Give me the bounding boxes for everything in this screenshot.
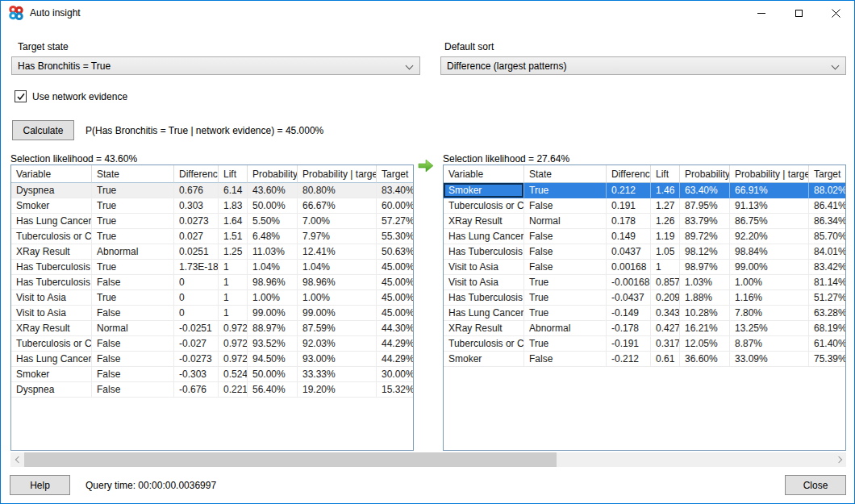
table-cell[interactable]: 1.25: [219, 244, 248, 260]
table-cell[interactable]: 7.80%: [730, 306, 809, 321]
table-cell[interactable]: Normal: [92, 321, 174, 336]
table-cell[interactable]: 66.67%: [298, 198, 377, 214]
table-cell[interactable]: True: [92, 214, 174, 229]
table-cell[interactable]: 44.30%: [377, 321, 414, 336]
table-cell[interactable]: 19.20%: [298, 382, 377, 398]
table-cell[interactable]: 45.00%: [377, 275, 414, 290]
column-header-probability-target[interactable]: Probability | target: [730, 165, 809, 183]
column-header-probability[interactable]: Probability: [680, 165, 730, 183]
table-row[interactable]: XRay ResultNormal0.1781.2683.79%86.75%86…: [444, 214, 846, 229]
table-cell[interactable]: -0.149: [607, 306, 651, 321]
table-cell[interactable]: True: [92, 183, 174, 198]
column-header-variable[interactable]: Variable: [11, 165, 92, 183]
table-cell[interactable]: Smoker: [11, 367, 92, 382]
table-cell[interactable]: 36.60%: [680, 352, 730, 367]
table-cell[interactable]: Tuberculosis or Car: [444, 336, 524, 352]
table-cell[interactable]: -0.0273: [174, 352, 219, 367]
table-cell[interactable]: 0.221: [219, 382, 248, 398]
table-cell[interactable]: Smoker: [444, 183, 524, 198]
table-cell[interactable]: 63.40%: [680, 183, 730, 198]
column-header-difference[interactable]: Difference: [607, 165, 651, 183]
table-cell[interactable]: 1: [219, 306, 248, 321]
table-cell[interactable]: 99.00%: [730, 260, 809, 275]
table-cell[interactable]: 0.343: [651, 306, 680, 321]
table-cell[interactable]: True: [92, 290, 174, 306]
table-cell[interactable]: Has Lung Cancer: [11, 352, 92, 367]
table-cell[interactable]: False: [92, 367, 174, 382]
column-header-state[interactable]: State: [524, 165, 607, 183]
table-cell[interactable]: 89.72%: [680, 229, 730, 244]
table-cell[interactable]: 98.12%: [680, 244, 730, 260]
target-state-select[interactable]: Has Bronchitis = True: [11, 56, 420, 75]
table-cell[interactable]: 13.25%: [730, 321, 809, 336]
table-cell[interactable]: 0: [174, 290, 219, 306]
table-cell[interactable]: 1.51: [219, 229, 248, 244]
table-cell[interactable]: 86.41%: [809, 198, 846, 214]
table-cell[interactable]: Dyspnea: [11, 382, 92, 398]
table-cell[interactable]: 45.00%: [377, 290, 414, 306]
table-cell[interactable]: -0.303: [174, 367, 219, 382]
close-button[interactable]: Close: [785, 475, 846, 495]
table-cell[interactable]: 0.027: [174, 229, 219, 244]
table-cell[interactable]: Has Lung Cancer: [444, 306, 524, 321]
table-cell[interactable]: 0.303: [174, 198, 219, 214]
table-cell[interactable]: 0.427: [651, 321, 680, 336]
table-cell[interactable]: 87.95%: [680, 198, 730, 214]
table-cell[interactable]: 86.34%: [809, 214, 846, 229]
table-cell[interactable]: 0.178: [607, 214, 651, 229]
table-cell[interactable]: False: [92, 382, 174, 398]
table-cell[interactable]: 45.00%: [377, 260, 414, 275]
table-cell[interactable]: 6.14: [219, 183, 248, 198]
table-cell[interactable]: 87.59%: [298, 321, 377, 336]
column-header-lift[interactable]: Lift: [219, 165, 248, 183]
table-cell[interactable]: Visit to Asia: [11, 290, 92, 306]
table-cell[interactable]: Has Tuberculosis: [444, 290, 524, 306]
table-cell[interactable]: Visit to Asia: [444, 275, 524, 290]
table-cell[interactable]: 55.30%: [377, 229, 414, 244]
table-cell[interactable]: XRay Result: [444, 321, 524, 336]
table-row[interactable]: Visit to AsiaTrue011.00%1.00%45.00%: [11, 290, 414, 306]
table-cell[interactable]: 99.00%: [248, 306, 298, 321]
table-cell[interactable]: 1.16%: [730, 290, 809, 306]
table-row[interactable]: SmokerTrue0.2121.4663.40%66.91%88.02%: [444, 183, 846, 198]
table-cell[interactable]: False: [524, 198, 607, 214]
column-header-target[interactable]: Target: [377, 165, 414, 183]
table-cell[interactable]: 1: [219, 290, 248, 306]
table-cell[interactable]: 33.09%: [730, 352, 809, 367]
table-cell[interactable]: 1.03%: [680, 275, 730, 290]
table-cell[interactable]: 43.60%: [248, 183, 298, 198]
calculate-button[interactable]: Calculate: [12, 120, 74, 140]
table-cell[interactable]: 81.14%: [809, 275, 846, 290]
table-row[interactable]: Has Lung CancerTrue0.02731.645.50%7.00%5…: [11, 214, 414, 229]
table-cell[interactable]: 30.00%: [377, 367, 414, 382]
table-cell[interactable]: 93.52%: [248, 336, 298, 352]
table-row[interactable]: DyspneaFalse-0.6760.22156.40%19.20%15.32…: [11, 382, 414, 398]
table-cell[interactable]: 91.13%: [730, 198, 809, 214]
table-row[interactable]: XRay ResultAbnormal-0.1780.42716.21%13.2…: [444, 321, 846, 336]
table-cell[interactable]: True: [524, 275, 607, 290]
table-cell[interactable]: False: [524, 260, 607, 275]
table-cell[interactable]: 68.19%: [809, 321, 846, 336]
table-cell[interactable]: 0.972: [219, 352, 248, 367]
table-cell[interactable]: Has Tuberculosis: [444, 244, 524, 260]
table-cell[interactable]: Abnormal: [92, 244, 174, 260]
table-cell[interactable]: False: [92, 352, 174, 367]
table-cell[interactable]: 1: [219, 260, 248, 275]
table-cell[interactable]: 1.00%: [298, 290, 377, 306]
table-cell[interactable]: 50.00%: [248, 367, 298, 382]
column-header-lift[interactable]: Lift: [651, 165, 680, 183]
use-network-evidence-checkbox[interactable]: [15, 90, 27, 102]
table-cell[interactable]: False: [524, 244, 607, 260]
table-row[interactable]: DyspneaTrue0.6766.1443.60%80.80%83.40%: [11, 183, 414, 198]
table-cell[interactable]: 92.03%: [298, 336, 377, 352]
table-cell[interactable]: 0.191: [607, 198, 651, 214]
table-cell[interactable]: 75.39%: [809, 352, 846, 367]
table-cell[interactable]: 0.61: [651, 352, 680, 367]
table-cell[interactable]: 0.0437: [607, 244, 651, 260]
scroll-left-button[interactable]: [10, 452, 24, 467]
table-cell[interactable]: 98.97%: [680, 260, 730, 275]
table-row[interactable]: Visit to AsiaFalse0.00168198.97%99.00%83…: [444, 260, 846, 275]
table-row[interactable]: Has Lung CancerFalse0.1491.1989.72%92.20…: [444, 229, 846, 244]
column-header-probability[interactable]: Probability: [248, 165, 298, 183]
table-cell[interactable]: 33.33%: [298, 367, 377, 382]
